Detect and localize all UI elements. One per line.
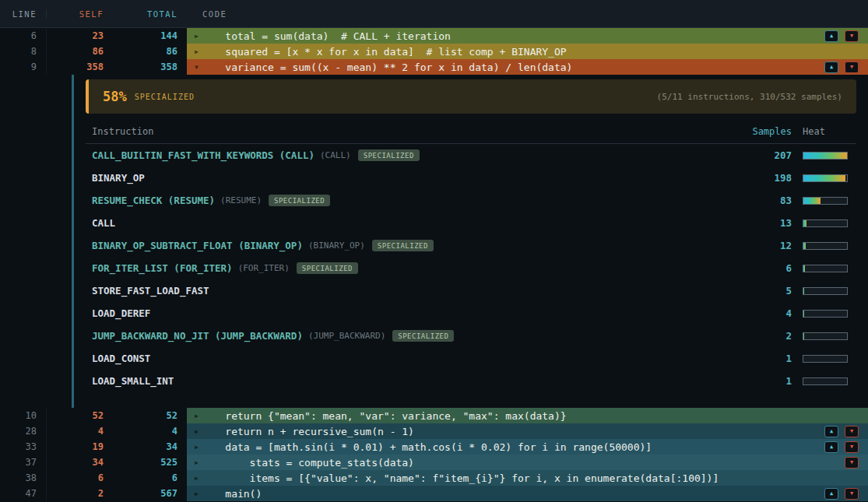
expand-arrow-icon[interactable]: ▶ xyxy=(187,412,201,420)
total-samples: 358 xyxy=(113,59,187,75)
code-text: total = sum(data) # CALL + iteration xyxy=(201,30,451,42)
jump-up-button[interactable]: ▲ xyxy=(824,61,838,73)
self-samples: 52 xyxy=(47,408,113,423)
heat-bar-fill xyxy=(803,198,821,204)
self-samples: 86 xyxy=(47,44,113,59)
jump-down-button[interactable]: ▼ xyxy=(845,457,859,469)
heat-bar xyxy=(803,197,848,205)
heat-bar xyxy=(803,332,848,340)
instruction-row: CALL 13 xyxy=(86,212,856,234)
expand-arrow-icon[interactable]: ▶ xyxy=(187,475,201,482)
total-column-header: TOTAL xyxy=(113,9,187,19)
self-samples: 23 xyxy=(47,28,113,44)
code-text: items = [{"value": x, "name": f"item_{i}… xyxy=(201,472,719,484)
expand-arrow-icon[interactable]: ▶ xyxy=(187,490,201,497)
self-samples: 358 xyxy=(47,59,113,75)
total-samples: 86 xyxy=(113,44,187,59)
jump-down-button[interactable]: ▼ xyxy=(845,30,859,42)
line-number: 37 xyxy=(0,455,47,470)
code-band[interactable]: ▶ main() ▲ ▼ xyxy=(187,486,868,501)
heat-bar-fill xyxy=(803,265,805,272)
instruction-name: STORE_FAST_LOAD_FAST xyxy=(92,285,209,297)
code-column-header: CODE xyxy=(187,9,868,19)
hot-lines-top: 6 23 144 ▶ total = sum(data) # CALL + it… xyxy=(0,28,868,75)
jump-up-button[interactable]: ▲ xyxy=(824,488,838,500)
code-band[interactable]: ▶ data = [math.sin(i * 0.01) + math.cos(… xyxy=(187,439,868,455)
specialized-percent: 58% xyxy=(103,89,127,104)
expand-arrow-icon[interactable]: ▶ xyxy=(187,428,201,435)
total-samples: 144 xyxy=(113,28,187,44)
expand-arrow-icon[interactable]: ▶ xyxy=(187,33,201,40)
instruction-row: LOAD_DEREF 4 xyxy=(86,302,856,325)
instruction-name: LOAD_CONST xyxy=(92,353,150,364)
code-band[interactable]: ▶ squared = [x * x for x in data] # list… xyxy=(187,44,868,59)
code-text: stats = compute_stats(data) xyxy=(201,457,414,469)
heat-bar xyxy=(803,287,848,295)
instruction-base-opcode: (JUMP_BACKWARD) xyxy=(308,331,385,341)
sample-count: 207 xyxy=(737,149,792,161)
instruction-name: FOR_ITER_LIST (FOR_ITER) xyxy=(92,262,233,274)
jump-down-button[interactable]: ▼ xyxy=(845,61,859,73)
expand-arrow-icon[interactable]: ▶ xyxy=(187,444,201,451)
instruction-name: CALL_BUILTIN_FAST_WITH_KEYWORDS (CALL) xyxy=(92,149,315,161)
self-samples: 19 xyxy=(47,439,113,455)
line-column-header: LINE xyxy=(0,9,47,19)
line-number: 6 xyxy=(0,28,47,44)
sample-count: 2 xyxy=(737,330,792,342)
heat-bar xyxy=(803,377,848,385)
heat-bar xyxy=(803,310,848,318)
heat-bar xyxy=(803,265,848,272)
jump-up-button[interactable]: ▲ xyxy=(824,30,838,42)
specialized-badge: SPECIALIZED xyxy=(392,330,454,342)
line-number: 9 xyxy=(0,59,47,75)
nav-buttons: ▲ ▼ xyxy=(818,30,868,42)
instruction-row: BINARY_OP_SUBTRACT_FLOAT (BINARY_OP) (BI… xyxy=(86,234,856,257)
instruction-name: BINARY_OP_SUBTRACT_FLOAT (BINARY_OP) xyxy=(92,240,303,251)
code-text: main() xyxy=(201,488,262,500)
instruction-row: BINARY_OP 198 xyxy=(86,167,856,189)
self-column-header: SELF xyxy=(47,9,113,19)
code-line-row: 37 34 525 ▶ stats = compute_stats(data) … xyxy=(0,455,868,470)
nav-buttons: ▼ xyxy=(838,457,868,469)
code-text: variance = sum((x - mean) ** 2 for x in … xyxy=(201,61,572,73)
code-band[interactable]: ▼ variance = sum((x - mean) ** 2 for x i… xyxy=(187,59,868,75)
code-band[interactable]: ▶ stats = compute_stats(data) ▼ xyxy=(187,455,868,470)
sample-count: 5 xyxy=(737,285,792,297)
code-line-row: 10 52 52 ▶ return {"mean": mean, "var": … xyxy=(0,408,868,423)
heat-bar xyxy=(803,174,848,182)
sample-count: 13 xyxy=(737,217,792,229)
heat-bar-fill xyxy=(803,243,806,249)
jump-up-button[interactable]: ▲ xyxy=(824,426,838,437)
total-samples: 525 xyxy=(113,455,187,470)
jump-down-button[interactable]: ▼ xyxy=(845,488,859,500)
code-band[interactable]: ▶ return {"mean": mean, "var": variance,… xyxy=(187,408,868,423)
total-samples: 52 xyxy=(113,408,187,423)
sample-count: 1 xyxy=(737,353,792,364)
code-line-row: 9 358 358 ▼ variance = sum((x - mean) **… xyxy=(0,59,868,75)
code-band[interactable]: ▶ items = [{"value": x, "name": f"item_{… xyxy=(187,470,868,486)
heat-bar-fill xyxy=(803,220,807,226)
sample-count: 83 xyxy=(737,195,792,206)
jump-down-button[interactable]: ▼ xyxy=(845,426,859,437)
expand-arrow-icon[interactable]: ▶ xyxy=(187,459,201,466)
code-band[interactable]: ▶ return n + recursive_sum(n - 1) ▲ ▼ xyxy=(187,423,868,439)
total-samples: 567 xyxy=(113,486,187,501)
code-line-row: 6 23 144 ▶ total = sum(data) # CALL + it… xyxy=(0,28,868,44)
instruction-base-opcode: (CALL) xyxy=(320,150,351,160)
total-samples: 6 xyxy=(113,470,187,486)
self-samples: 34 xyxy=(47,455,113,470)
expand-arrow-icon[interactable]: ▶ xyxy=(187,48,201,55)
instruction-rows: CALL_BUILTIN_FAST_WITH_KEYWORDS (CALL) (… xyxy=(86,144,856,392)
line-detail-panel: 58% SPECIALIZED (5/11 instructions, 310/… xyxy=(72,75,868,408)
instruction-name: CALL xyxy=(92,217,115,229)
jump-down-button[interactable]: ▼ xyxy=(845,441,859,453)
heat-bar-fill xyxy=(803,333,804,339)
heat-bar xyxy=(803,242,848,250)
instruction-row: RESUME_CHECK (RESUME) (RESUME) SPECIALIZ… xyxy=(86,189,856,212)
jump-up-button[interactable]: ▲ xyxy=(824,441,838,453)
instruction-base-opcode: (BINARY_OP) xyxy=(308,240,365,251)
expand-arrow-icon[interactable]: ▼ xyxy=(187,64,201,71)
instruction-row: JUMP_BACKWARD_NO_JIT (JUMP_BACKWARD) (JU… xyxy=(86,325,856,347)
code-band[interactable]: ▶ total = sum(data) # CALL + iteration ▲… xyxy=(187,28,868,44)
total-samples: 4 xyxy=(113,423,187,439)
